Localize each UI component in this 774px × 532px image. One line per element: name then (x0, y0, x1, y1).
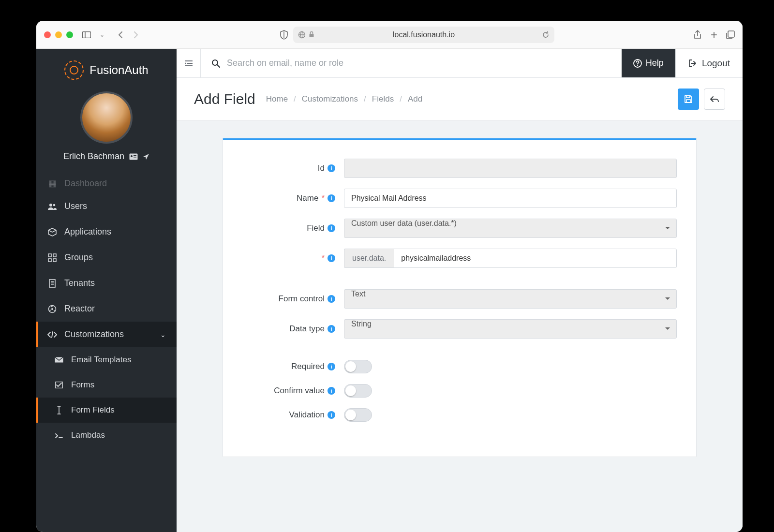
save-button[interactable] (678, 89, 699, 110)
form-control-select[interactable]: Text (344, 289, 677, 309)
field-select[interactable]: Custom user data (user.data.*) (344, 219, 677, 238)
info-icon[interactable]: i (327, 411, 335, 419)
forms-icon (54, 382, 64, 388)
validation-toggle[interactable] (344, 408, 372, 422)
url-field[interactable]: local.fusionauth.io (293, 27, 554, 43)
sidebar-item-label: Tenants (64, 278, 95, 288)
sidebar-item-users[interactable]: Users (36, 193, 177, 219)
tabs-icon[interactable] (726, 30, 735, 39)
breadcrumb: Home / Customizations / Fields / Add (266, 94, 422, 104)
content: Id i Name* i Field (177, 121, 743, 532)
sidebar-item-dashboard[interactable]: ▦ Dashboard (36, 175, 177, 193)
maximize-window-icon[interactable] (66, 31, 73, 38)
breadcrumb-separator: / (400, 94, 402, 104)
sidebar-item-label: Dashboard (64, 178, 107, 189)
groups-icon (47, 253, 58, 262)
search-input[interactable] (227, 58, 611, 68)
browser-window: ⌄ local (36, 21, 743, 532)
breadcrumb-item[interactable]: Home (266, 94, 288, 104)
info-icon[interactable]: i (327, 387, 335, 395)
chevron-down-icon[interactable]: ⌄ (97, 30, 107, 40)
required-toggle[interactable] (344, 360, 372, 373)
chevron-down-icon: ⌄ (160, 331, 166, 339)
share-icon[interactable] (693, 30, 702, 40)
info-icon[interactable]: i (327, 224, 335, 232)
svg-point-22 (51, 308, 53, 310)
back-icon[interactable] (116, 30, 125, 40)
info-icon[interactable]: i (327, 295, 335, 303)
info-icon[interactable]: i (327, 194, 335, 202)
svg-rect-6 (309, 34, 313, 37)
info-icon[interactable]: i (327, 254, 335, 262)
svg-rect-17 (53, 259, 56, 262)
logout-label: Logout (702, 58, 730, 69)
id-card-icon[interactable] (129, 153, 138, 160)
sidebar-item-tenants[interactable]: Tenants (36, 270, 177, 296)
sidebar-item-groups[interactable]: Groups (36, 245, 177, 270)
user-profile[interactable]: Erlich Bachman (36, 87, 177, 175)
reload-icon[interactable] (542, 31, 550, 39)
close-window-icon[interactable] (44, 31, 51, 38)
svg-rect-11 (134, 157, 136, 158)
location-icon[interactable] (143, 153, 149, 160)
site-settings-icon[interactable] (298, 31, 306, 39)
name-field[interactable] (344, 189, 677, 208)
sidebar-item-reactor[interactable]: Reactor (36, 296, 177, 322)
avatar (80, 91, 133, 144)
info-icon[interactable]: i (327, 325, 335, 333)
page-title: Add Field (194, 91, 255, 107)
brand-name: FusionAuth (89, 63, 148, 77)
svg-point-13 (53, 204, 56, 206)
privacy-shield-icon[interactable] (280, 30, 288, 40)
dashboard-icon: ▦ (47, 178, 58, 189)
logout-button[interactable]: Logout (675, 49, 743, 77)
svg-rect-7 (728, 31, 734, 37)
sidebar-item-customizations[interactable]: Customizations ⌄ (36, 322, 177, 347)
id-field[interactable] (344, 159, 677, 178)
lambda-icon (54, 432, 64, 438)
sidebar-item-applications[interactable]: Applications (36, 219, 177, 245)
sidebar-sub-forms[interactable]: Forms (36, 372, 177, 398)
minimize-window-icon[interactable] (55, 31, 62, 38)
text-cursor-icon (54, 406, 64, 414)
svg-rect-0 (83, 31, 91, 38)
tenants-icon (47, 279, 58, 288)
reactor-icon (47, 305, 58, 313)
new-tab-icon[interactable]: + (711, 29, 717, 41)
breadcrumb-item[interactable]: Customizations (302, 94, 358, 104)
sidebar-toggle-icon[interactable] (82, 30, 91, 40)
forward-icon[interactable] (131, 30, 141, 40)
sidebar-sub-form-fields[interactable]: Form Fields (36, 398, 177, 423)
required-marker: * (321, 193, 325, 203)
search-icon (211, 59, 220, 68)
info-icon[interactable]: i (327, 164, 335, 172)
help-icon (633, 59, 642, 68)
breadcrumb-item: Add (408, 94, 422, 104)
key-prefix: user.data. (344, 249, 394, 268)
page-header: Add Field Home / Customizations / Fields… (177, 78, 743, 121)
sidebar-item-label: Applications (64, 227, 111, 237)
sidebar-sub-email-templates[interactable]: Email Templates (36, 347, 177, 372)
key-field[interactable] (394, 249, 677, 268)
form-card: Id i Name* i Field (223, 138, 697, 457)
collapse-sidebar-button[interactable] (177, 49, 201, 77)
svg-rect-10 (134, 155, 136, 156)
confirm-value-toggle[interactable] (344, 384, 372, 398)
browser-chrome: ⌄ local (36, 21, 743, 49)
label-form-control: Form control i (242, 294, 344, 304)
lock-icon (309, 31, 314, 39)
label-data-type: Data type i (242, 324, 344, 334)
back-button[interactable] (704, 89, 725, 110)
sidebar-sub-lambdas[interactable]: Lambdas (36, 423, 177, 448)
sidebar: FusionAuth Erlich Bachman ▦ Dashboa (36, 49, 177, 532)
data-type-select[interactable]: String (344, 319, 677, 339)
label-key: * i (242, 253, 344, 263)
breadcrumb-item[interactable]: Fields (372, 94, 394, 104)
info-icon[interactable]: i (327, 363, 335, 370)
sidebar-sub-label: Form Fields (71, 405, 115, 415)
sidebar-sub-label: Lambdas (71, 430, 105, 440)
help-button[interactable]: Help (622, 49, 675, 77)
url-text: local.fusionauth.io (393, 30, 455, 39)
sidebar-sub-label: Email Templates (71, 355, 131, 365)
sidebar-sub-label: Forms (71, 380, 94, 390)
